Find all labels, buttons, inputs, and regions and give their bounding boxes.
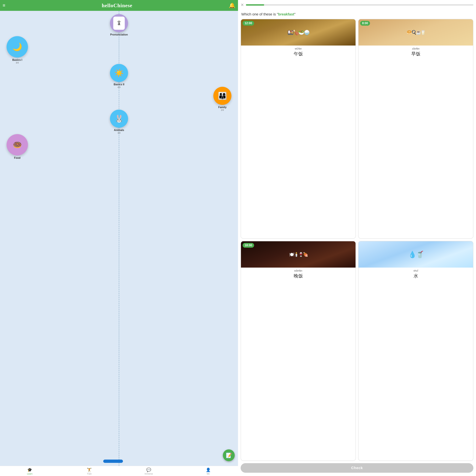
nav-item-train[interactable]: 🏋️ Train [60, 468, 119, 475]
lesson-row-food: 🍩 Food [2, 134, 236, 159]
card-text-shui: shuǐ 水 [412, 268, 419, 281]
water-photo [358, 241, 473, 268]
lesson-map: ā Pronunciation 🌙 Basics I 3/3 [2, 14, 236, 164]
pinyin-wufan: wǔfàn [294, 47, 303, 50]
lesson-label-pronunciation: Pronunciation [110, 33, 128, 36]
card-text-wanfan: wǎnfàn 晚饭 [292, 268, 304, 281]
lesson-map-scroll[interactable]: ā Pronunciation 🌙 Basics I 3/3 [0, 11, 238, 466]
circle-family: 👨‍👩‍👦 [213, 87, 231, 105]
right-panel: ✕ Which one of these is "breakfast" 12:0… [238, 0, 476, 476]
menu-icon[interactable]: ≡ [3, 3, 5, 8]
lesson-sub-animals: 3/4 [118, 132, 120, 134]
chinese-wanfan: 晚饭 [294, 273, 303, 279]
answer-card-wufan[interactable]: 12:00 wǔfàn 午饭 [241, 19, 356, 239]
sun-icon: ☀️ [115, 69, 124, 77]
dinner-photo [241, 241, 356, 268]
blue-progress-bar [103, 459, 123, 463]
lesson-bubble-family[interactable]: 👨‍👩‍👦 Family 2/3 [213, 87, 231, 111]
chinese-zaofan: 早饭 [411, 51, 421, 57]
nav-item-immerse[interactable]: 💬 Immerse [119, 468, 178, 475]
pinyin-shui: shuǐ [413, 269, 418, 272]
moon-icon: 🌙 [12, 42, 22, 51]
answer-card-wanfan[interactable]: 18:00 wǎnfàn 晚饭 [241, 241, 356, 461]
chinese-shui: 水 [413, 273, 418, 279]
lesson-row-basics1: 🌙 Basics I 3/3 [2, 36, 236, 64]
answer-card-shui[interactable]: shuǐ 水 [358, 241, 473, 461]
lesson-row-animals: 🐰 Animals 3/4 [2, 110, 236, 134]
immerse-nav-label: Immerse [145, 473, 153, 475]
pinyin-zaofan: zǎofàn [411, 47, 421, 50]
quiz-header: ✕ [238, 0, 476, 9]
circle-pronunciation: ā [110, 14, 128, 32]
question-keyword: breakfast [278, 12, 294, 16]
time-badge-wanfan: 18:00 [243, 243, 254, 248]
answer-card-zaofan[interactable]: 8:00 zǎofàn 早饭 [358, 19, 473, 239]
time-badge-wufan: 12:00 [243, 21, 254, 26]
rabbit-icon: 🐰 [115, 114, 124, 123]
fab-button[interactable]: 📝 [223, 449, 235, 461]
card-image-zaofan: 8:00 [358, 19, 473, 46]
card-image-wufan: 12:00 [241, 19, 356, 46]
lesson-bubble-basics2[interactable]: ☀️ Basics II 4/4 [110, 64, 128, 88]
lesson-row-family: 👨‍👩‍👦 Family 2/3 [2, 87, 236, 111]
time-badge-zaofan: 8:00 [360, 21, 370, 26]
question-prefix: Which one of these is " [241, 12, 278, 16]
lesson-bubble-animals[interactable]: 🐰 Animals 3/4 [110, 110, 128, 134]
donut-icon: 🍩 [13, 140, 22, 149]
lesson-bubble-food[interactable]: 🍩 Food [7, 134, 28, 159]
lesson-bubble-pronunciation[interactable]: ā Pronunciation [110, 14, 128, 36]
lesson-bubble-basics1[interactable]: 🌙 Basics I 3/3 [7, 36, 28, 64]
progress-bar-fill [246, 4, 264, 6]
close-button[interactable]: ✕ [241, 3, 244, 7]
nav-item-learn[interactable]: 🎓 Learn [0, 468, 60, 475]
app-header: ≡ helloChinese 🔔 [0, 0, 238, 11]
card-image-wanfan: 18:00 [241, 241, 356, 268]
app-logo: helloChinese [102, 2, 132, 9]
nav-item-me[interactable]: 👤 Me [178, 468, 238, 475]
card-text-wufan: wǔfàn 午饭 [292, 46, 304, 59]
me-nav-icon: 👤 [206, 468, 211, 472]
lesson-sub-basics1: 3/3 [16, 62, 19, 64]
train-nav-label: Train [87, 473, 92, 475]
family-icon: 👨‍👩‍👦 [218, 92, 227, 100]
question-suffix: " [294, 12, 295, 16]
lesson-label-basics2: Basics II [114, 83, 124, 86]
pronunciation-letter: ā [118, 21, 120, 26]
pinyin-wanfan: wǎnfàn [294, 269, 303, 272]
learn-nav-icon: 🎓 [27, 468, 32, 472]
lesson-label-food: Food [14, 156, 20, 159]
left-panel: ≡ helloChinese 🔔 ā Pronunciation [0, 0, 238, 476]
circle-food: 🍩 [7, 134, 28, 155]
circle-animals: 🐰 [110, 110, 128, 128]
progress-bar-container [246, 4, 473, 6]
chinese-wufan: 午饭 [294, 51, 303, 57]
breakfast-photo [358, 19, 473, 46]
immerse-nav-icon: 💬 [146, 468, 151, 472]
lesson-label-animals: Animals [114, 129, 124, 132]
quiz-answer-grid: 12:00 wǔfàn 午饭 8:00 zǎofàn 早饭 18:00 [238, 19, 476, 461]
quiz-question: Which one of these is "breakfast" [238, 9, 476, 19]
card-image-shui [358, 241, 473, 268]
me-nav-label: Me [207, 473, 210, 475]
lesson-row-pronunciation: ā Pronunciation [2, 14, 236, 36]
train-nav-icon: 🏋️ [87, 468, 92, 472]
bottom-navigation: 🎓 Learn 🏋️ Train 💬 Immerse 👤 Me [0, 466, 238, 476]
card-text-zaofan: zǎofàn 早饭 [410, 46, 422, 59]
pronunciation-icon: ā [113, 17, 125, 30]
circle-basics2: ☀️ [110, 64, 128, 82]
learn-nav-label: Learn [27, 473, 32, 475]
lesson-label-basics1: Basics I [12, 58, 22, 62]
lesson-row-basics2: ☀️ Basics II 4/4 [2, 64, 236, 88]
check-button[interactable]: Check [241, 463, 473, 473]
lunch-photo [241, 19, 356, 46]
lesson-label-family: Family [218, 106, 227, 109]
notification-bell-icon[interactable]: 🔔 [229, 2, 235, 9]
circle-basics1: 🌙 [7, 36, 28, 57]
